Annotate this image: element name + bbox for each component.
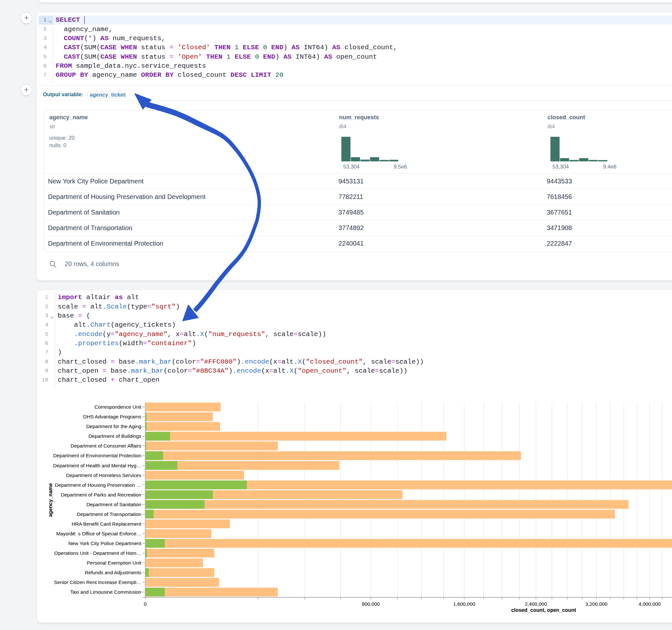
svg-text:Department of Homeless Service: Department of Homeless Services bbox=[66, 472, 141, 478]
svg-text:2,400,000: 2,400,000 bbox=[525, 601, 547, 607]
svg-text:0: 0 bbox=[144, 601, 147, 607]
svg-text:New York City Police Departmen: New York City Police Department bbox=[68, 540, 142, 546]
svg-text:1,600,000: 1,600,000 bbox=[453, 601, 475, 607]
svg-text:Department of Environmental Pr: Department of Environmental Protection bbox=[53, 453, 141, 458]
svg-text:Taxi and Limousine Commission: Taxi and Limousine Commission bbox=[70, 589, 141, 595]
svg-text:4,000,000: 4,000,000 bbox=[639, 601, 661, 607]
svg-text:Senior Citizen Rent Increase E: Senior Citizen Rent Increase Exempti… bbox=[54, 579, 141, 585]
svg-text:Operations Unit - Department o: Operations Unit - Department of Hom… bbox=[54, 550, 141, 556]
svg-text:Department of Housing Preserva: Department of Housing Preservation … bbox=[55, 482, 141, 488]
svg-text:800,000: 800,000 bbox=[362, 601, 380, 607]
svg-text:Personal Exemption Unit: Personal Exemption Unit bbox=[87, 560, 142, 565]
svg-text:Department of Consumer Affairs: Department of Consumer Affairs bbox=[71, 443, 142, 449]
svg-text:Department for the Aging: Department for the Aging bbox=[86, 423, 141, 429]
svg-text:3,200,000: 3,200,000 bbox=[585, 601, 607, 607]
svg-text:Department of Transportation: Department of Transportation bbox=[77, 511, 141, 517]
svg-text:Department of Health and Menta: Department of Health and Mental Hyg… bbox=[53, 463, 141, 468]
svg-text:Department of Sanitation: Department of Sanitation bbox=[87, 502, 141, 507]
svg-text:closed_count, open_count: closed_count, open_count bbox=[511, 607, 576, 613]
svg-text:agency_name: agency_name bbox=[48, 483, 53, 517]
svg-text:Department of Buildings: Department of Buildings bbox=[89, 433, 142, 439]
svg-text:Refunds and Adjustments: Refunds and Adjustments bbox=[85, 570, 142, 575]
svg-text:Correspondence Unit: Correspondence Unit bbox=[94, 404, 141, 410]
svg-text:Mayorâ€ s Office of Special En: Mayorâ€ s Office of Special Enforce… bbox=[56, 531, 141, 536]
svg-text:DHS Advantage Programs: DHS Advantage Programs bbox=[83, 414, 142, 419]
svg-text:Department of Parks and Recrea: Department of Parks and Recreation bbox=[61, 492, 141, 498]
svg-text:HRA Benefit Card Replacement: HRA Benefit Card Replacement bbox=[72, 521, 142, 527]
